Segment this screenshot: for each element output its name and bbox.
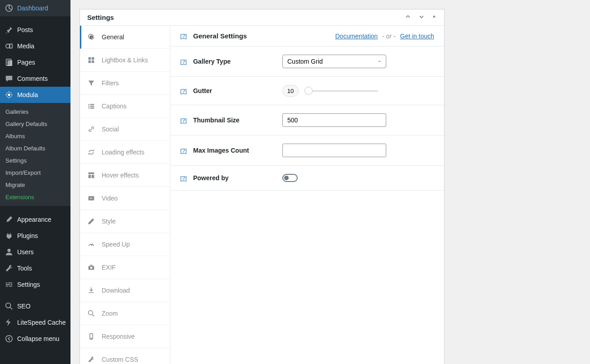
sidebar-item-litespeed[interactable]: LiteSpeed Cache — [0, 314, 70, 331]
tab-captions[interactable]: Captions — [80, 95, 170, 118]
tab-loading[interactable]: Loading effects — [80, 141, 170, 164]
sidebar-item-dashboard[interactable]: Dashboard — [0, 0, 70, 16]
content-header-right: Documentation - or - Get in touch — [335, 33, 434, 40]
thumbnail-size-input[interactable] — [282, 113, 386, 127]
svg-point-8 — [6, 336, 12, 342]
submenu-settings[interactable]: Settings — [0, 154, 70, 167]
tab-zoom[interactable]: Zoom — [80, 302, 170, 325]
tab-filters[interactable]: Filters — [80, 72, 170, 95]
svg-point-27 — [89, 311, 93, 315]
help-link[interactable]: ? — [180, 33, 187, 39]
help-link[interactable]: ? — [180, 147, 187, 154]
seo-icon — [5, 302, 14, 311]
max-images-input[interactable] — [282, 144, 386, 157]
tab-hover[interactable]: Hover effects — [80, 164, 170, 187]
tab-label: Custom CSS — [102, 356, 138, 363]
row-thumbnail-size: ? Thumbnail Size — [170, 105, 444, 135]
content-title: General Settings — [193, 32, 247, 40]
sidebar-item-label: Collapse menu — [17, 335, 59, 342]
tab-video[interactable]: Video — [80, 187, 170, 210]
svg-rect-21 — [89, 175, 91, 178]
settings-content: ? General Settings Documentation - or - … — [170, 26, 444, 364]
sidebar-item-settings[interactable]: Settings — [0, 276, 70, 293]
link-icon — [87, 125, 95, 133]
tab-label: General — [102, 33, 124, 41]
collapse-icon — [5, 334, 14, 343]
sidebar-item-appearance[interactable]: Appearance — [0, 211, 70, 228]
submenu-import-export[interactable]: Import/Export — [0, 167, 70, 179]
panel-toggle-icon[interactable] — [431, 13, 437, 22]
main-area: Settings General Lightbox & Links Filter… — [70, 0, 590, 364]
sidebar-item-label: Media — [17, 42, 34, 50]
submenu-migrate[interactable]: Migrate — [0, 179, 70, 191]
svg-point-5 — [8, 93, 10, 96]
panel-up-icon[interactable] — [404, 13, 412, 22]
row-max-images: ? Max Images Count — [170, 135, 444, 166]
modula-submenu: Galleries Gallery Defaults Albums Album … — [0, 103, 70, 206]
funnel-icon — [87, 79, 95, 87]
gallery-type-select[interactable]: Custom Grid — [282, 55, 386, 68]
tab-speedup[interactable]: Speed Up — [80, 233, 170, 256]
tab-exif[interactable]: EXIF — [80, 256, 170, 279]
wrench-icon — [5, 264, 14, 273]
pin-icon — [5, 25, 14, 34]
tab-style[interactable]: Style — [80, 210, 170, 233]
row-powered-by: ? Powered by — [170, 166, 444, 191]
help-link[interactable]: ? — [180, 88, 187, 94]
media-icon — [5, 42, 14, 51]
gutter-slider[interactable] — [306, 90, 378, 92]
powered-by-toggle[interactable] — [282, 174, 298, 182]
sidebar-item-seo[interactable]: SEO — [0, 298, 70, 314]
field-label: Powered by — [193, 174, 229, 182]
svg-point-6 — [7, 249, 10, 252]
comment-icon — [5, 74, 14, 83]
gutter-value-input[interactable] — [282, 85, 299, 97]
svg-point-7 — [6, 303, 11, 308]
panel-header: Settings — [80, 9, 444, 26]
admin-sidebar: Dashboard Posts Media Pages Comments Mod… — [0, 0, 70, 364]
sidebar-item-comments[interactable]: Comments — [0, 70, 70, 87]
svg-rect-12 — [89, 61, 91, 63]
row-gutter: ? Gutter — [170, 77, 444, 105]
get-in-touch-link[interactable]: Get in touch — [400, 33, 435, 40]
svg-point-25 — [90, 266, 93, 269]
sidebar-item-users[interactable]: Users — [0, 244, 70, 260]
submenu-albums[interactable]: Albums — [0, 130, 70, 142]
tab-social[interactable]: Social — [80, 118, 170, 141]
sidebar-item-collapse[interactable]: Collapse menu — [0, 331, 70, 347]
slider-thumb[interactable] — [304, 87, 313, 95]
tab-customcss[interactable]: Custom CSS — [80, 348, 170, 364]
help-link[interactable]: ? — [180, 58, 187, 65]
sidebar-item-modula[interactable]: Modula — [0, 87, 70, 103]
modula-icon — [5, 90, 14, 99]
field-label: Gallery Type — [193, 58, 230, 65]
field-label: Max Images Count — [193, 147, 249, 154]
sidebar-item-label: Modula — [17, 91, 38, 98]
submenu-gallery-defaults[interactable]: Gallery Defaults — [0, 118, 70, 130]
brush-icon — [5, 215, 14, 224]
settings-panel: Settings General Lightbox & Links Filter… — [80, 9, 445, 364]
sidebar-item-tools[interactable]: Tools — [0, 260, 70, 276]
sidebar-item-posts[interactable]: Posts — [0, 22, 70, 38]
phone-icon — [87, 332, 95, 341]
sidebar-item-plugins[interactable]: Plugins — [0, 228, 70, 244]
camera-icon — [87, 263, 95, 271]
tab-lightbox[interactable]: Lightbox & Links — [80, 49, 170, 72]
sidebar-item-label: Tools — [17, 265, 32, 272]
tab-general[interactable]: General — [80, 26, 170, 49]
submenu-extensions[interactable]: Extensions — [0, 191, 70, 203]
tab-responsive[interactable]: Responsive — [80, 325, 170, 348]
sidebar-item-media[interactable]: Media — [0, 38, 70, 54]
tab-download[interactable]: Download — [80, 279, 170, 302]
sidebar-item-pages[interactable]: Pages — [0, 54, 70, 70]
submenu-galleries[interactable]: Galleries — [0, 106, 70, 118]
help-link[interactable]: ? — [180, 117, 187, 124]
panel-down-icon[interactable] — [418, 13, 425, 22]
video-icon — [87, 194, 95, 202]
svg-rect-18 — [89, 107, 89, 108]
help-link[interactable]: ? — [180, 175, 187, 182]
sidebar-item-label: Posts — [17, 26, 33, 33]
documentation-link[interactable]: Documentation — [335, 33, 378, 40]
tab-label: Zoom — [102, 310, 118, 317]
submenu-album-defaults[interactable]: Album Defaults — [0, 142, 70, 154]
